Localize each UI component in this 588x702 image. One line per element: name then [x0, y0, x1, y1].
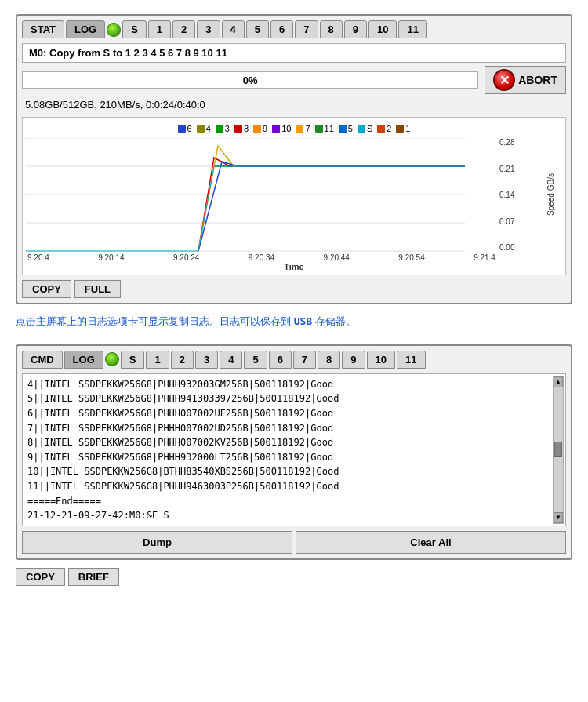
log-line: 9||INTEL SSDPEKKW256G8|PHHH932000LT256B|…: [27, 450, 561, 465]
y-label-028: 0.28: [499, 138, 537, 147]
legend-9: 9: [253, 124, 267, 133]
tab-bar-1: STAT LOG S 1 2 3 4 5 6 7 8 9 10 11: [22, 20, 566, 38]
abort-icon: ✕: [493, 69, 515, 91]
tab-bar-2: CMD LOG S 1 2 3 4 5 6 7 8 9 10 11: [22, 351, 566, 369]
tab-2[interactable]: 2: [172, 20, 195, 38]
green-status-icon: [107, 23, 121, 37]
tab-11[interactable]: 11: [398, 20, 426, 38]
x-label-7: 9:21:4: [474, 253, 495, 262]
chart-svg: [26, 138, 498, 252]
tab2-7[interactable]: 7: [293, 351, 316, 369]
full-button[interactable]: FULL: [74, 280, 121, 298]
legend-7: 7: [296, 124, 310, 133]
abort-button[interactable]: ✕ ABORT: [485, 66, 566, 94]
y-label-014: 0.14: [499, 191, 537, 199]
tab2-2[interactable]: 2: [171, 351, 194, 369]
description-text: 点击主屏幕上的日志选项卡可显示复制日志。日志可以保存到 USB 存储器。: [16, 314, 572, 330]
legend-1: 1: [396, 124, 410, 133]
log-line: 21-12-21-09-27-42:M0:&E S: [27, 508, 561, 523]
log-line: 4||INTEL SSDPEKKW256G8|PHHH932003GM256B|…: [27, 377, 561, 392]
info-message: M0: Copy from S to 1 2 3 4 5 6 7 8 9 10 …: [22, 43, 566, 63]
tab-s[interactable]: S: [122, 20, 147, 38]
panel2: CMD LOG S 1 2 3 4 5 6 7 8 9 10 11 4||INT…: [16, 344, 572, 560]
tab2-1[interactable]: 1: [146, 351, 169, 369]
tab-log[interactable]: LOG: [66, 20, 105, 38]
x-label-1: 9:20:4: [27, 253, 49, 262]
copy-button-2[interactable]: COPY: [16, 568, 65, 586]
tab2-11[interactable]: 11: [397, 351, 425, 369]
clear-all-button[interactable]: Clear All: [296, 531, 566, 554]
x-label-3: 9:20:24: [173, 253, 199, 262]
legend-10: 10: [272, 124, 291, 133]
copy-button-1[interactable]: COPY: [22, 280, 71, 298]
legend-s: S: [358, 124, 372, 133]
x-axis-title: Time: [26, 262, 562, 271]
tab2-8[interactable]: 8: [318, 351, 340, 369]
x-axis-labels: 9:20:4 9:20:14 9:20:24 9:20:34 9:20:44 9…: [26, 252, 562, 262]
log-line: 6||INTEL SSDPEKKW256G8|PHHH007002UE256B|…: [27, 406, 561, 421]
legend-8: 8: [234, 124, 249, 133]
scrollbar[interactable]: ▲ ▼: [553, 376, 564, 524]
tab-5[interactable]: 5: [246, 20, 269, 38]
tab2-3[interactable]: 3: [195, 351, 218, 369]
legend-3: 3: [216, 124, 230, 133]
legend-4: 4: [197, 124, 211, 133]
progress-text: 0%: [243, 75, 258, 86]
tab2-4[interactable]: 4: [220, 351, 242, 369]
x-label-5: 9:20:44: [324, 253, 350, 262]
tab2-5[interactable]: 5: [244, 351, 267, 369]
dump-button[interactable]: Dump: [22, 531, 292, 554]
tab2-9[interactable]: 9: [342, 351, 365, 369]
tab-log-2[interactable]: LOG: [64, 351, 103, 369]
log-line: 7||INTEL SSDPEKKW256G8|PHHH007002UD256B|…: [27, 421, 561, 436]
x-label-4: 9:20:34: [249, 253, 274, 262]
desc-usb: USB: [294, 315, 312, 327]
log-line: 5||INTEL SSDPEKKW256G8|PHHH941303397256B…: [27, 391, 561, 406]
tab2-10[interactable]: 10: [367, 351, 395, 369]
log-line: 21-12-21-09-28-10:M0:Execute command "cl…: [27, 523, 561, 526]
legend-5: 5: [339, 124, 353, 133]
tab2-s[interactable]: S: [121, 351, 145, 369]
log-line: 11||INTEL SSDPEKKW256G8|PHHH9463003P256B…: [27, 479, 561, 494]
log-line: =====End=====: [27, 494, 561, 509]
tab-1[interactable]: 1: [148, 20, 171, 38]
tab-stat[interactable]: STAT: [22, 20, 64, 38]
scroll-down-arrow[interactable]: ▼: [554, 512, 563, 523]
y-axis-labels: 0.28 0.21 0.14 0.07 0.00: [498, 138, 539, 252]
legend-6: 6: [178, 124, 192, 133]
tab-4[interactable]: 4: [222, 20, 245, 38]
tab-6[interactable]: 6: [270, 20, 293, 38]
scroll-up-arrow[interactable]: ▲: [554, 376, 563, 387]
y-label-000: 0.00: [499, 243, 537, 252]
chart-legend: 6 4 3 8 9 10 7 11 5: [26, 122, 562, 135]
log-text: 4||INTEL SSDPEKKW256G8|PHHH932003GM256B|…: [27, 377, 561, 526]
legend-11: 11: [315, 124, 334, 133]
log-line: 8||INTEL SSDPEKKW256G8|PHHH007002KV256B|…: [27, 435, 561, 450]
desc-end: 存储器。: [315, 315, 356, 327]
tab2-6[interactable]: 6: [269, 351, 292, 369]
y-label-021: 0.21: [499, 165, 537, 173]
scroll-thumb[interactable]: [554, 442, 562, 457]
y-axis-title: Speed GB/s: [539, 138, 562, 252]
panel1-buttons: COPY FULL: [22, 280, 566, 298]
tab-7[interactable]: 7: [295, 20, 318, 38]
x-label-2: 9:20:14: [98, 253, 124, 262]
chart-wrapper: 0.28 0.21 0.14 0.07 0.00 Speed GB/s: [26, 138, 562, 252]
y-label-007: 0.07: [499, 217, 537, 226]
tab-cmd[interactable]: CMD: [22, 351, 63, 369]
x-label-6: 9:20:54: [398, 253, 424, 262]
tab-9[interactable]: 9: [344, 20, 367, 38]
stats-bar: 5.08GB/512GB, 210MB/s, 0:0:24/0:40:0: [22, 97, 566, 112]
log-btn-row: Dump Clear All: [22, 531, 566, 554]
desc-main: 点击主屏幕上的日志选项卡可显示复制日志。日志可以保存到: [16, 315, 291, 327]
tab-10[interactable]: 10: [368, 20, 397, 38]
brief-button[interactable]: BRIEF: [68, 568, 119, 586]
log-content: 4||INTEL SSDPEKKW256G8|PHHH932003GM256B|…: [22, 373, 566, 526]
tab-3[interactable]: 3: [197, 20, 220, 38]
progress-bar: 0%: [22, 71, 478, 89]
green-status-icon-2: [105, 352, 119, 366]
panel2-bottom-buttons: COPY BRIEF: [16, 568, 572, 586]
abort-label: ABORT: [518, 74, 557, 86]
panel1: STAT LOG S 1 2 3 4 5 6 7 8 9 10 11 M0: C…: [16, 14, 572, 304]
tab-8[interactable]: 8: [320, 20, 343, 38]
